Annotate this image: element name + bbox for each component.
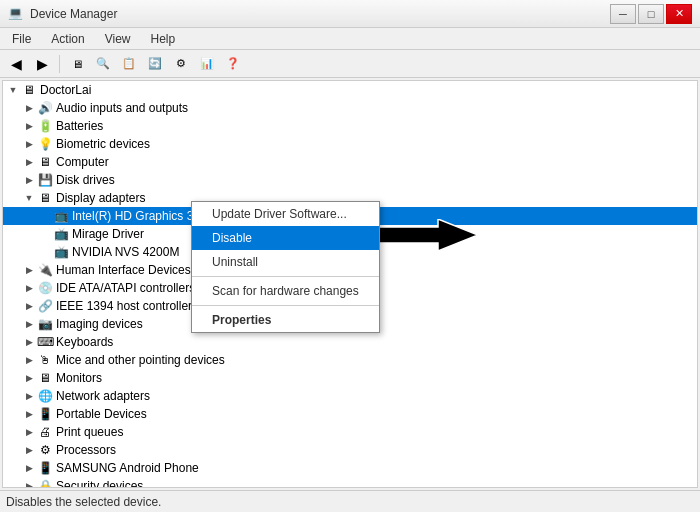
label-nvidia: NVIDIA NVS 4200M: [72, 245, 179, 259]
toolbar-forward[interactable]: ▶: [30, 53, 54, 75]
toolbar-btn-1[interactable]: 🖥: [65, 53, 89, 75]
label-audio: Audio inputs and outputs: [56, 101, 188, 115]
ctx-sep-1: [192, 276, 379, 277]
minimize-button[interactable]: ─: [610, 4, 636, 24]
expander-root[interactable]: ▼: [5, 82, 21, 98]
svg-marker-0: [368, 219, 478, 251]
icon-intel: 📺: [53, 208, 69, 224]
ctx-properties[interactable]: Properties: [192, 308, 379, 332]
tree-item-computer[interactable]: ▶ 🖥 Computer: [3, 153, 697, 171]
expander-network[interactable]: ▶: [21, 388, 37, 404]
label-display: Display adapters: [56, 191, 145, 205]
expander-mice[interactable]: ▶: [21, 352, 37, 368]
label-keyboards: Keyboards: [56, 335, 113, 349]
tree-item-mice[interactable]: ▶ 🖱 Mice and other pointing devices: [3, 351, 697, 369]
expander-imaging[interactable]: ▶: [21, 316, 37, 332]
menu-file[interactable]: File: [4, 30, 39, 48]
icon-processors: ⚙: [37, 442, 53, 458]
icon-imaging: 📷: [37, 316, 53, 332]
expander-print[interactable]: ▶: [21, 424, 37, 440]
close-button[interactable]: ✕: [666, 4, 692, 24]
label-portable: Portable Devices: [56, 407, 147, 421]
icon-hid: 🔌: [37, 262, 53, 278]
menu-action[interactable]: Action: [43, 30, 92, 48]
icon-audio: 🔊: [37, 100, 53, 116]
expander-keyboards[interactable]: ▶: [21, 334, 37, 350]
expander-audio[interactable]: ▶: [21, 100, 37, 116]
label-root: DoctorLai: [40, 83, 91, 97]
app-icon: 💻: [8, 6, 24, 22]
tree-item-batteries[interactable]: ▶ 🔋 Batteries: [3, 117, 697, 135]
expander-computer[interactable]: ▶: [21, 154, 37, 170]
tree-item-samsung[interactable]: ▶ 📱 SAMSUNG Android Phone: [3, 459, 697, 477]
ctx-disable[interactable]: Disable: [192, 226, 379, 250]
menu-bar: File Action View Help: [0, 28, 700, 50]
label-computer: Computer: [56, 155, 109, 169]
tree-item-monitors[interactable]: ▶ 🖥 Monitors: [3, 369, 697, 387]
label-diskdrives: Disk drives: [56, 173, 115, 187]
status-text: Disables the selected device.: [6, 495, 161, 509]
icon-batteries: 🔋: [37, 118, 53, 134]
label-monitors: Monitors: [56, 371, 102, 385]
label-ide: IDE ATA/ATAPI controllers: [56, 281, 195, 295]
expander-samsung[interactable]: ▶: [21, 460, 37, 476]
window-title: Device Manager: [30, 7, 117, 21]
expander-diskdrives[interactable]: ▶: [21, 172, 37, 188]
title-bar-controls: ─ □ ✕: [610, 4, 692, 24]
tree-item-security[interactable]: ▶ 🔒 Security devices: [3, 477, 697, 488]
icon-keyboards: ⌨: [37, 334, 53, 350]
tree-item-root[interactable]: ▼ 🖥 DoctorLai: [3, 81, 697, 99]
icon-security: 🔒: [37, 478, 53, 488]
label-mirage: Mirage Driver: [72, 227, 144, 241]
tree-item-portable[interactable]: ▶ 📱 Portable Devices: [3, 405, 697, 423]
tree-item-biometric[interactable]: ▶ 💡 Biometric devices: [3, 135, 697, 153]
toolbar-back[interactable]: ◀: [4, 53, 28, 75]
maximize-button[interactable]: □: [638, 4, 664, 24]
tree-item-audio[interactable]: ▶ 🔊 Audio inputs and outputs: [3, 99, 697, 117]
toolbar-btn-6[interactable]: 📊: [195, 53, 219, 75]
ctx-update[interactable]: Update Driver Software...: [192, 202, 379, 226]
toolbar-btn-3[interactable]: 📋: [117, 53, 141, 75]
expander-security[interactable]: ▶: [21, 478, 37, 488]
label-network: Network adapters: [56, 389, 150, 403]
tree-item-processors[interactable]: ▶ ⚙ Processors: [3, 441, 697, 459]
tree-item-network[interactable]: ▶ 🌐 Network adapters: [3, 387, 697, 405]
label-security: Security devices: [56, 479, 143, 488]
device-tree[interactable]: ▼ 🖥 DoctorLai ▶ 🔊 Audio inputs and outpu…: [2, 80, 698, 488]
tree-item-print[interactable]: ▶ 🖨 Print queues: [3, 423, 697, 441]
ctx-sep-2: [192, 305, 379, 306]
menu-view[interactable]: View: [97, 30, 139, 48]
expander-processors[interactable]: ▶: [21, 442, 37, 458]
icon-biometric: 💡: [37, 136, 53, 152]
expander-portable[interactable]: ▶: [21, 406, 37, 422]
label-biometric: Biometric devices: [56, 137, 150, 151]
expander-ieee[interactable]: ▶: [21, 298, 37, 314]
label-print: Print queues: [56, 425, 123, 439]
icon-ieee: 🔗: [37, 298, 53, 314]
expander-monitors[interactable]: ▶: [21, 370, 37, 386]
toolbar-sep-1: [59, 55, 60, 73]
expander-hid[interactable]: ▶: [21, 262, 37, 278]
icon-portable: 📱: [37, 406, 53, 422]
expander-biometric[interactable]: ▶: [21, 136, 37, 152]
expander-batteries[interactable]: ▶: [21, 118, 37, 134]
label-batteries: Batteries: [56, 119, 103, 133]
title-bar-left: 💻 Device Manager: [8, 6, 117, 22]
tree-item-diskdrives[interactable]: ▶ 💾 Disk drives: [3, 171, 697, 189]
menu-help[interactable]: Help: [143, 30, 184, 48]
label-hid: Human Interface Devices: [56, 263, 191, 277]
toolbar-btn-5[interactable]: ⚙: [169, 53, 193, 75]
tree-item-keyboards[interactable]: ▶ ⌨ Keyboards: [3, 333, 697, 351]
toolbar-btn-4[interactable]: 🔄: [143, 53, 167, 75]
icon-root: 🖥: [21, 82, 37, 98]
toolbar-btn-7[interactable]: ❓: [221, 53, 245, 75]
toolbar-btn-2[interactable]: 🔍: [91, 53, 115, 75]
status-bar: Disables the selected device.: [0, 490, 700, 512]
ctx-scan[interactable]: Scan for hardware changes: [192, 279, 379, 303]
icon-computer: 🖥: [37, 154, 53, 170]
label-mice: Mice and other pointing devices: [56, 353, 225, 367]
ctx-uninstall[interactable]: Uninstall: [192, 250, 379, 274]
expander-ide[interactable]: ▶: [21, 280, 37, 296]
expander-display[interactable]: ▼: [21, 190, 37, 206]
icon-print: 🖨: [37, 424, 53, 440]
